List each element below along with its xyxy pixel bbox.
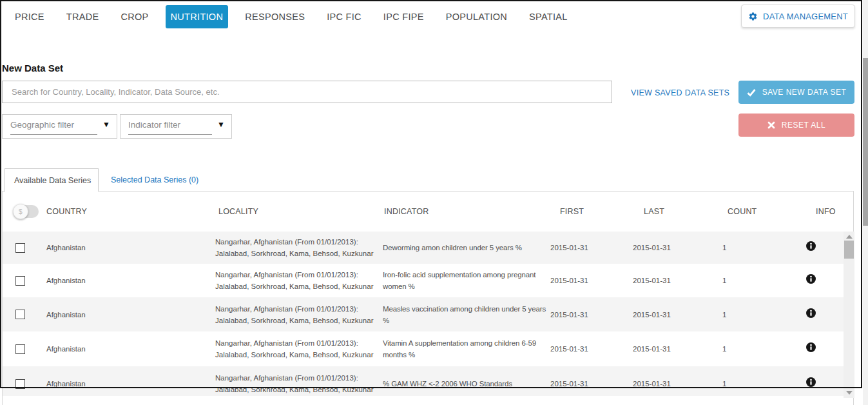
save-button-label: SAVE NEW DATA SET	[762, 88, 847, 97]
cell-locality: Nangarhar, Afghanistan (From 01/01/2013)…	[202, 337, 370, 361]
cell-last: 2015-01-31	[619, 242, 703, 253]
x-icon	[767, 121, 775, 129]
cell-indicator: Measles vaccination among children under…	[370, 303, 539, 326]
row-checkbox[interactable]	[15, 310, 25, 319]
page-frame-top	[0, 0, 862, 1]
page-frame-bottom	[0, 387, 862, 388]
row-checkbox[interactable]	[15, 276, 25, 286]
currency-toggle[interactable]: $	[14, 205, 39, 218]
cell-last: 2015-01-31	[619, 275, 703, 286]
nav-tab-population[interactable]: POPULATION	[441, 5, 512, 28]
page-frame-right	[861, 0, 862, 388]
nav-tab-crop[interactable]: CROP	[115, 5, 153, 28]
info-icon[interactable]	[806, 342, 816, 352]
geographic-filter-dropdown[interactable]: Geographic filter ▼	[2, 114, 117, 139]
cell-first: 2015-01-31	[539, 309, 619, 321]
gear-icon	[748, 12, 758, 21]
table-row[interactable]: AfghanistanNangarhar, Afghanistan (From …	[3, 331, 844, 366]
table-header-row: $ COUNTRY LOCALITY INDICATOR FIRST LAST …	[3, 192, 844, 232]
table-row[interactable]: AfghanistanNangarhar, Afghanistan (From …	[3, 297, 844, 331]
chevron-down-icon: ▼	[217, 120, 225, 129]
cell-count: 1	[703, 309, 784, 321]
cell-first: 2015-01-31	[539, 343, 619, 355]
reset-all-button[interactable]: RESET ALL	[738, 114, 854, 137]
tab-available-label: Available Data Series	[14, 176, 91, 185]
check-icon	[747, 88, 756, 97]
column-header-country[interactable]: COUNTRY	[34, 207, 202, 216]
table-scrollbar-thumb[interactable]	[844, 241, 854, 259]
table-row[interactable]: AfghanistanNangarhar, Afghanistan (From …	[3, 264, 844, 297]
indicator-filter-label: Indicator filter	[128, 120, 212, 135]
column-header-last[interactable]: LAST	[619, 207, 703, 216]
data-series-table: $ COUNTRY LOCALITY INDICATOR FIRST LAST …	[2, 191, 854, 405]
cell-country: Afghanistan	[34, 275, 202, 286]
cell-indicator: Iron-folic acid supplementation among pr…	[370, 269, 539, 292]
page-title: New Data Set	[2, 63, 63, 74]
scroll-down-arrow-icon[interactable]	[846, 391, 853, 395]
data-management-button[interactable]: DATA MANAGEMENT	[741, 5, 855, 28]
table-body: AfghanistanNangarhar, Afghanistan (From …	[3, 232, 844, 396]
cell-country: Afghanistan	[34, 343, 202, 355]
table-row[interactable]: AfghanistanNangarhar, Afghanistan (From …	[3, 232, 844, 264]
info-icon[interactable]	[806, 377, 816, 387]
main-nav: PRICETRADECROPNUTRITIONRESPONSESIPC FICI…	[10, 5, 584, 28]
cell-indicator: Vitamin A supplementation among children…	[370, 337, 539, 361]
column-header-first[interactable]: FIRST	[539, 207, 619, 216]
nav-tab-trade[interactable]: TRADE	[61, 5, 104, 28]
currency-toggle-knob: $	[13, 204, 28, 219]
cell-last: 2015-01-31	[619, 309, 703, 321]
browser-scrollbar[interactable]	[863, 0, 868, 405]
cell-last: 2015-01-31	[619, 343, 703, 355]
table-scrollbar[interactable]	[844, 232, 854, 398]
view-saved-data-sets-link[interactable]: VIEW SAVED DATA SETS	[631, 88, 729, 97]
tab-selected-data-series[interactable]: Selected Data Series (0)	[103, 168, 206, 191]
nav-tab-spatial[interactable]: SPATIAL	[524, 5, 573, 28]
info-icon[interactable]	[806, 274, 816, 284]
nav-tab-ipc-fic[interactable]: IPC FIC	[322, 5, 367, 28]
cell-first: 2015-01-31	[539, 275, 619, 286]
nav-tab-responses[interactable]: RESPONSES	[240, 5, 310, 28]
cell-locality: Nangarhar, Afghanistan (From 01/01/2013)…	[202, 236, 370, 259]
cell-count: 1	[703, 275, 784, 286]
page-frame-left	[0, 0, 1, 388]
cell-first: 2015-01-31	[539, 242, 619, 253]
column-header-locality[interactable]: LOCALITY	[202, 207, 370, 216]
table-row[interactable]: AfghanistanNangarhar, Afghanistan (From …	[3, 366, 844, 396]
column-header-indicator[interactable]: INDICATOR	[370, 207, 539, 216]
info-icon[interactable]	[806, 308, 816, 318]
cell-locality: Nangarhar, Afghanistan (From 01/01/2013)…	[202, 372, 370, 395]
geographic-filter-label: Geographic filter	[10, 120, 97, 135]
tab-selected-label: Selected Data Series (0)	[111, 175, 198, 184]
row-checkbox[interactable]	[15, 344, 25, 354]
cell-indicator: Deworming amon children under 5 years %	[370, 242, 539, 253]
browser-scrollbar-thumb[interactable]	[863, 58, 868, 226]
column-header-count[interactable]: COUNT	[703, 207, 784, 216]
scroll-up-arrow-icon[interactable]	[846, 235, 853, 239]
cell-country: Afghanistan	[34, 309, 202, 321]
chevron-down-icon: ▼	[102, 120, 110, 129]
row-checkbox[interactable]	[15, 243, 25, 253]
cell-locality: Nangarhar, Afghanistan (From 01/01/2013)…	[202, 303, 370, 326]
cell-count: 1	[703, 242, 784, 253]
info-icon[interactable]	[806, 241, 816, 251]
reset-button-label: RESET ALL	[782, 121, 825, 130]
nav-tab-price[interactable]: PRICE	[10, 5, 50, 28]
cell-locality: Nangarhar, Afghanistan (From 01/01/2013)…	[202, 269, 370, 292]
cell-country: Afghanistan	[34, 242, 202, 253]
cell-count: 1	[703, 343, 784, 355]
indicator-filter-dropdown[interactable]: Indicator filter ▼	[120, 114, 232, 139]
save-new-data-set-button[interactable]: SAVE NEW DATA SET	[738, 81, 854, 104]
search-input[interactable]	[2, 81, 612, 103]
tab-available-data-series[interactable]: Available Data Series	[5, 168, 99, 192]
nav-tab-nutrition[interactable]: NUTRITION	[166, 5, 229, 28]
data-management-label: DATA MANAGEMENT	[763, 12, 848, 21]
nav-tab-ipc-fipe[interactable]: IPC FIPE	[378, 5, 429, 28]
column-header-info[interactable]: INFO	[784, 207, 844, 216]
